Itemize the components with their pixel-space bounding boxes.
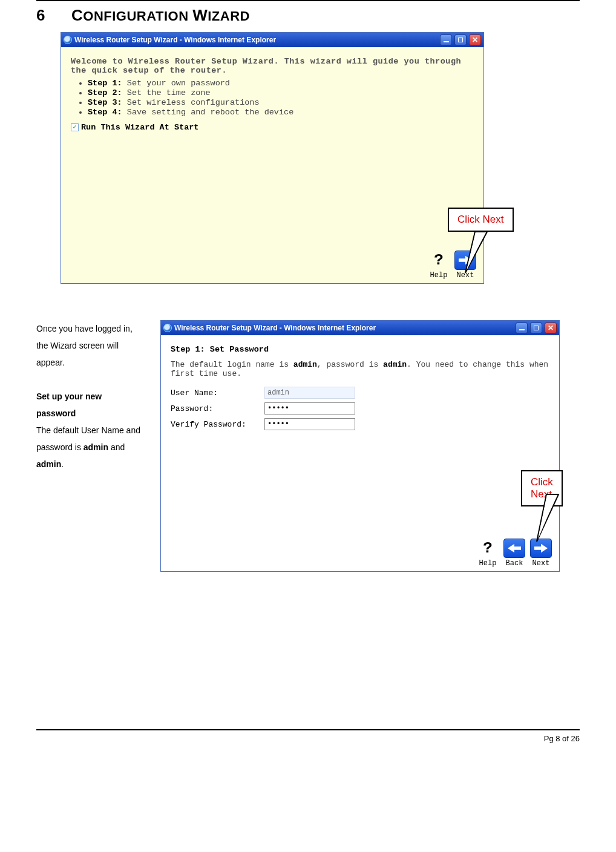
wizard-step1-content: Step 1: Set Password The default login n… xyxy=(161,335,559,571)
minimize-button[interactable] xyxy=(516,323,528,333)
side-p3: The default User Name and password is ad… xyxy=(36,422,142,473)
verify-password-input[interactable] xyxy=(264,418,355,430)
password-input[interactable] xyxy=(264,402,355,415)
titlebar-2: Wireless Router Setup Wizard - Windows I… xyxy=(161,321,559,335)
steps-list: Step 1: Set your own password Step 2: Se… xyxy=(79,79,474,117)
step-item: Step 3: Set wireless configurations xyxy=(88,98,474,107)
ie-window-1: Wireless Router Setup Wizard - Windows I… xyxy=(61,32,484,284)
step1-title: Step 1: Set Password xyxy=(171,345,549,354)
help-button[interactable]: ? Help xyxy=(477,539,499,568)
wizard-intro-content: Welcome to Wireless Router Setup Wizard.… xyxy=(61,47,483,283)
callout-tail-2 xyxy=(534,494,559,545)
window-title-2: Wireless Router Setup Wizard - Windows I… xyxy=(174,324,376,332)
password-row: Password: xyxy=(171,402,549,415)
chapter-number: 6 xyxy=(36,6,54,25)
chapter-title: CONFIGURATION WIZARD xyxy=(71,6,250,25)
password-label: Password: xyxy=(171,404,264,413)
close-button[interactable]: ✕ xyxy=(545,323,557,333)
step-item: Step 1: Set your own password xyxy=(88,79,474,88)
next-label: Next xyxy=(532,559,550,568)
maximize-button[interactable] xyxy=(530,323,542,333)
help-label: Help xyxy=(479,559,497,568)
minimize-button[interactable] xyxy=(440,34,452,45)
maximize-button[interactable] xyxy=(454,34,467,45)
chapter-heading: 6 CONFIGURATION WIZARD xyxy=(36,6,580,25)
section-2: Once you have logged in, the Wizard scre… xyxy=(36,320,580,572)
callout-click-next-1: Click Next xyxy=(448,208,514,232)
side-p2: Set up your new password xyxy=(36,392,102,418)
user-row: User Name: xyxy=(171,387,549,399)
run-wizard-checkbox[interactable]: ✓ xyxy=(71,123,79,131)
user-label: User Name: xyxy=(171,388,264,398)
back-button[interactable]: Back xyxy=(503,539,525,568)
welcome-text: Welcome to Wireless Router Setup Wizard.… xyxy=(71,57,474,75)
screenshot-1-wrap: Wireless Router Setup Wizard - Windows I… xyxy=(61,32,580,284)
page-footer: Pg 8 of 26 xyxy=(36,730,580,755)
ie-window-2: Wireless Router Setup Wizard - Windows I… xyxy=(160,320,560,572)
step-item: Step 2: Set the time zone xyxy=(88,88,474,97)
titlebar-1: Wireless Router Setup Wizard - Windows I… xyxy=(61,33,483,47)
question-icon: ? xyxy=(477,539,499,558)
verify-password-label: Verify Password: xyxy=(171,420,264,429)
ie-icon xyxy=(163,324,172,332)
run-wizard-label: Run This Wizard At Start xyxy=(81,123,198,132)
help-label: Help xyxy=(430,271,448,280)
back-label: Back xyxy=(506,559,523,568)
arrow-left-icon xyxy=(503,539,525,558)
username-input[interactable] xyxy=(264,387,355,399)
step-item: Step 4: Save setting and reboot the devi… xyxy=(88,108,474,117)
screenshot-2-wrap: Wireless Router Setup Wizard - Windows I… xyxy=(160,320,560,572)
question-icon: ? xyxy=(428,251,450,270)
side-p1: Once you have logged in, the Wizard scre… xyxy=(36,320,142,371)
help-button[interactable]: ? Help xyxy=(428,251,450,280)
side-text: Once you have logged in, the Wizard scre… xyxy=(36,320,142,473)
ie-icon xyxy=(64,36,72,44)
callout-tail-1 xyxy=(463,232,487,277)
run-wizard-row: ✓ Run This Wizard At Start xyxy=(71,123,474,132)
close-button[interactable]: ✕ xyxy=(469,34,481,45)
window-title-1: Wireless Router Setup Wizard - Windows I… xyxy=(74,36,276,44)
top-rule xyxy=(36,0,580,1)
verify-password-row: Verify Password: xyxy=(171,418,549,430)
step1-blurb: The default login name is admin, passwor… xyxy=(171,360,549,378)
